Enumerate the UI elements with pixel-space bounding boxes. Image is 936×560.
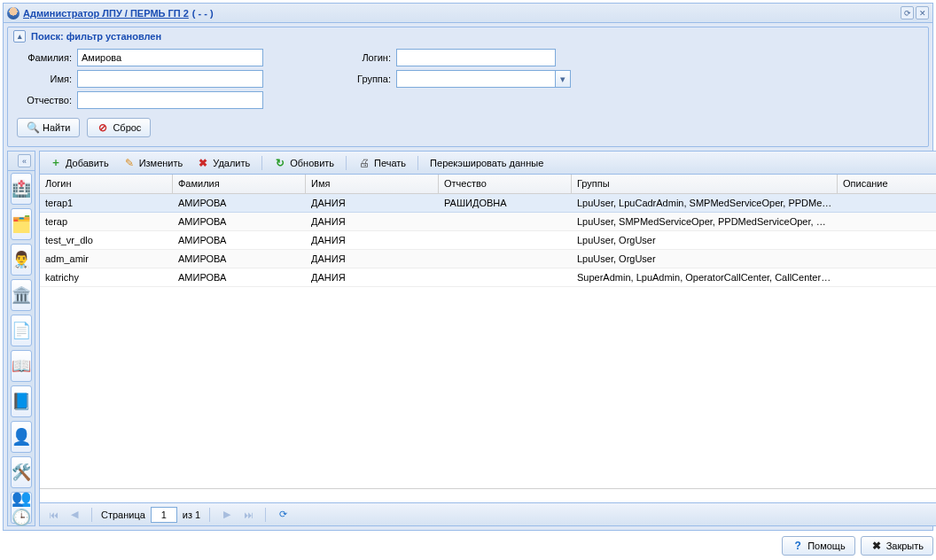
col-patronymic[interactable]: Отчество <box>439 175 572 193</box>
table-cell <box>439 219 572 224</box>
table-cell: adm_amir <box>40 251 173 267</box>
table-cell: LpuUser, LpuCadrAdmin, SMPMedServiceOper… <box>572 195 838 211</box>
table-cell: РАШИДОВНА <box>439 195 572 211</box>
toolbar-separator <box>346 156 347 170</box>
delete-button[interactable]: ✖ Удалить <box>191 154 256 172</box>
table-row[interactable]: terapАМИРОВАДАНИЯLpuUser, SMPMedServiceO… <box>40 213 936 231</box>
page-of-label: из 1 <box>183 509 200 520</box>
refresh-tool-icon[interactable]: ⟳ <box>901 6 914 19</box>
title-link[interactable]: Администратор ЛПУ / ПЕРМЬ ГП 2 <box>23 8 189 19</box>
col-login[interactable]: Логин <box>40 175 173 193</box>
group-combo-input[interactable] <box>396 70 556 88</box>
help-button[interactable]: ? Помощь <box>782 536 855 556</box>
table-cell: terap1 <box>40 195 173 211</box>
edit-label: Изменить <box>139 158 183 168</box>
page-input[interactable] <box>151 507 177 523</box>
delete-label: Удалить <box>213 158 250 168</box>
label-group: Группа: <box>336 74 396 84</box>
page-prev-icon[interactable]: ◀ <box>66 507 82 523</box>
find-button-label: Найти <box>43 122 70 133</box>
label-patronymic: Отчество: <box>17 95 77 105</box>
toolbar-separator <box>261 156 262 170</box>
bottom-bar: ? Помощь ✖ Закрыть <box>3 533 933 558</box>
table-cell <box>838 256 936 261</box>
col-groups[interactable]: Группы <box>572 175 838 193</box>
table-cell <box>838 237 936 243</box>
rehash-label: Перекэшировать данные <box>430 158 543 168</box>
label-login: Логин: <box>336 52 396 63</box>
table-cell: test_vr_dlo <box>40 232 173 248</box>
patronymic-input[interactable] <box>77 91 263 109</box>
collapse-up-icon[interactable]: ▴ <box>13 30 26 43</box>
sidebar-item-schedule[interactable]: 👥🕒 <box>11 492 32 524</box>
sidebar-item-books[interactable]: 📖 <box>11 350 32 382</box>
table-cell <box>838 275 936 280</box>
group-combo[interactable]: ▾ <box>396 70 571 88</box>
refresh-button[interactable]: ↻ Обновить <box>268 154 340 172</box>
page-refresh-icon[interactable]: ⟳ <box>275 507 291 523</box>
chevron-down-icon[interactable]: ▾ <box>556 70 571 88</box>
add-icon: ＋ <box>50 157 62 169</box>
toolbar-separator <box>417 156 418 170</box>
sidebar-item-staff[interactable]: 👨‍⚕️ <box>11 244 32 276</box>
sidebar-collapse-icon[interactable]: « <box>18 154 31 167</box>
table-cell: katrichy <box>40 269 173 285</box>
table-cell: ДАНИЯ <box>306 269 439 285</box>
reset-button[interactable]: ⊘ Сброс <box>87 118 151 137</box>
search-body: Фамилия: Логин: Имя: Группа: ▾ <box>8 45 928 146</box>
table-cell: terap <box>40 214 173 229</box>
grid-horizontal-scrollbar[interactable] <box>40 488 936 502</box>
table-cell: АМИРОВА <box>173 269 306 285</box>
sidebar-item-lpu[interactable]: 🏥 <box>11 173 32 205</box>
sidebar-item-tools[interactable]: 🛠️ <box>11 456 32 488</box>
paging-separator <box>265 508 266 522</box>
sidebar-header: « <box>8 152 35 171</box>
col-descr[interactable]: Описание <box>838 175 936 193</box>
reset-icon: ⊘ <box>97 121 109 134</box>
search-header[interactable]: ▴ Поиск: фильтр установлен <box>8 27 928 45</box>
login-input[interactable] <box>396 49 556 66</box>
table-cell: ДАНИЯ <box>306 232 439 248</box>
refresh-icon: ↻ <box>274 157 286 169</box>
close-icon: ✖ <box>870 540 883 552</box>
grid-body[interactable]: terap1АМИРОВАДАНИЯРАШИДОВНАLpuUser, LpuC… <box>40 194 936 488</box>
grid-header: Логин Фамилия Имя Отчество Группы Описан… <box>40 175 936 194</box>
table-row[interactable]: adm_amirАМИРОВАДАНИЯLpuUser, OrgUser <box>40 250 936 268</box>
table-row[interactable]: katrichyАМИРОВАДАНИЯSuperAdmin, LpuAdmin… <box>40 268 936 287</box>
table-row[interactable]: terap1АМИРОВАДАНИЯРАШИДОВНАLpuUser, LpuC… <box>40 194 936 213</box>
table-cell: АМИРОВА <box>173 232 306 248</box>
col-surname[interactable]: Фамилия <box>173 175 306 193</box>
table-cell: LpuUser, SMPMedServiceOper, PPDMedServic… <box>572 214 838 229</box>
page-last-icon[interactable]: ⏭ <box>240 507 256 523</box>
add-label: Добавить <box>66 158 109 168</box>
close-tool-icon[interactable]: ✕ <box>916 6 929 19</box>
table-row[interactable]: test_vr_dloАМИРОВАДАНИЯLpuUser, OrgUser <box>40 231 936 250</box>
search-panel: ▴ Поиск: фильтр установлен Фамилия: Логи… <box>7 27 929 147</box>
edit-icon: ✎ <box>123 157 136 169</box>
print-icon: 🖨 <box>358 157 370 169</box>
label-surname: Фамилия: <box>17 52 77 63</box>
page-next-icon[interactable]: ▶ <box>219 507 235 523</box>
rehash-button[interactable]: Перекэшировать данные <box>424 155 550 171</box>
find-button[interactable]: 🔍 Найти <box>17 118 80 137</box>
sidebar-item-person[interactable]: 👤 <box>11 421 32 453</box>
table-cell <box>838 200 936 206</box>
help-icon: ? <box>792 540 804 552</box>
add-button[interactable]: ＋ Добавить <box>43 154 115 172</box>
surname-input[interactable] <box>77 49 263 66</box>
sidebar-item-org[interactable]: 🏛️ <box>11 279 32 311</box>
paging-separator <box>209 508 210 522</box>
sidebar-item-structure[interactable]: 🗂️ <box>11 208 32 240</box>
col-name[interactable]: Имя <box>306 175 439 193</box>
edit-button[interactable]: ✎ Изменить <box>117 154 190 172</box>
sidebar-item-docs[interactable]: 📄 <box>11 315 32 346</box>
print-button[interactable]: 🖨 Печать <box>352 154 412 172</box>
page-first-icon[interactable]: ⏮ <box>45 507 61 523</box>
sidebar-item-notebook[interactable]: 📘 <box>11 385 32 417</box>
print-label: Печать <box>374 158 406 168</box>
reset-button-label: Сброс <box>113 122 141 133</box>
close-button[interactable]: ✖ Закрыть <box>861 536 933 556</box>
name-input[interactable] <box>77 70 263 88</box>
grid-panel: ＋ Добавить ✎ Изменить ✖ Удалить ↻ Обнови… <box>39 151 936 526</box>
table-cell: ДАНИЯ <box>306 195 439 211</box>
